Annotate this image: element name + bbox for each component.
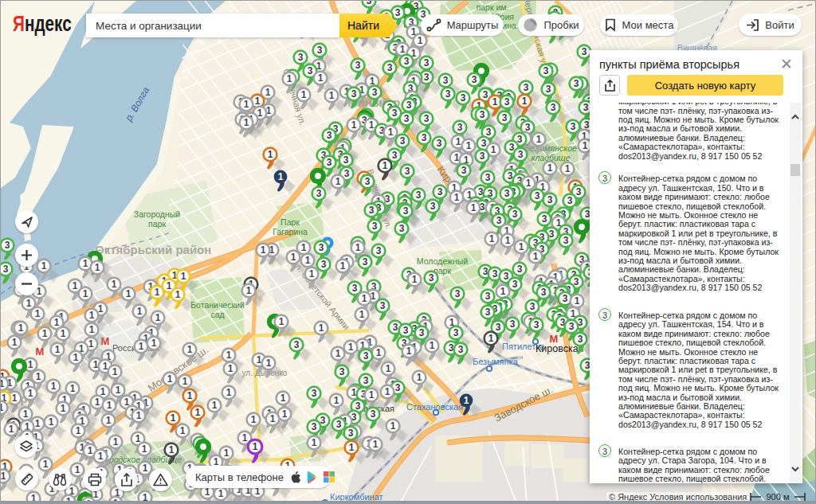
svg-text:сад: сад bbox=[210, 310, 224, 319]
svg-text:Парк: Парк bbox=[280, 217, 300, 227]
svg-text:Молодежный: Молодежный bbox=[417, 256, 469, 266]
svg-text:парк: парк bbox=[148, 219, 166, 229]
svg-text:Октябрьский район: Октябрьский район bbox=[95, 243, 211, 256]
svg-text:Загородный: Загородный bbox=[134, 209, 181, 219]
svg-text:Ботанический: Ботанический bbox=[190, 300, 245, 310]
svg-text:Безымянка: Безымянка bbox=[473, 357, 519, 366]
svg-text:Гагарина: Гагарина bbox=[273, 227, 308, 236]
svg-text:парк им.: парк им. bbox=[477, 2, 509, 12]
